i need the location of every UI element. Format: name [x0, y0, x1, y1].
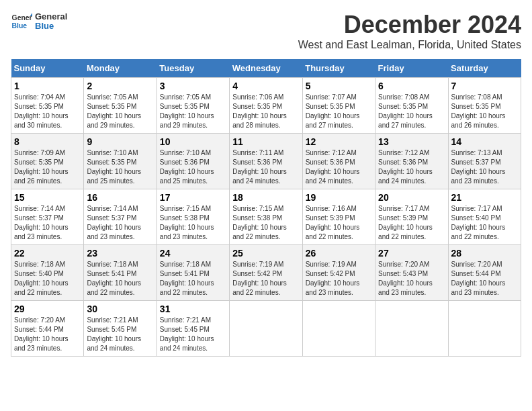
day-info: Sunrise: 7:09 AM Sunset: 5:35 PM Dayligh…	[14, 148, 81, 186]
svg-text:General: General	[12, 14, 32, 21]
day-info: Sunrise: 7:15 AM Sunset: 5:38 PM Dayligh…	[232, 204, 299, 242]
day-number: 28	[451, 248, 518, 259]
table-row: 26Sunrise: 7:19 AM Sunset: 5:42 PM Dayli…	[302, 245, 375, 301]
table-row: 15Sunrise: 7:14 AM Sunset: 5:37 PM Dayli…	[11, 189, 84, 245]
calendar-header-row: Sunday Monday Tuesday Wednesday Thursday…	[11, 59, 521, 78]
table-row: 12Sunrise: 7:12 AM Sunset: 5:36 PM Dayli…	[302, 134, 375, 189]
day-info: Sunrise: 7:17 AM Sunset: 5:40 PM Dayligh…	[451, 204, 518, 242]
day-number: 5	[306, 81, 372, 91]
day-number: 23	[87, 248, 153, 259]
table-row	[302, 301, 375, 357]
day-number: 19	[306, 192, 372, 203]
day-number: 30	[87, 304, 153, 314]
day-info: Sunrise: 7:04 AM Sunset: 5:35 PM Dayligh…	[14, 93, 81, 130]
table-row: 6Sunrise: 7:08 AM Sunset: 5:35 PM Daylig…	[375, 78, 448, 134]
day-number: 11	[232, 136, 299, 147]
day-number: 13	[378, 136, 445, 147]
calendar-week-row: 15Sunrise: 7:14 AM Sunset: 5:37 PM Dayli…	[11, 189, 521, 245]
table-row: 28Sunrise: 7:20 AM Sunset: 5:44 PM Dayli…	[448, 245, 521, 301]
calendar-week-row: 29Sunrise: 7:20 AM Sunset: 5:44 PM Dayli…	[11, 301, 521, 357]
day-info: Sunrise: 7:10 AM Sunset: 5:36 PM Dayligh…	[160, 148, 226, 186]
table-row: 13Sunrise: 7:12 AM Sunset: 5:36 PM Dayli…	[375, 134, 448, 189]
day-info: Sunrise: 7:11 AM Sunset: 5:36 PM Dayligh…	[232, 148, 299, 186]
day-info: Sunrise: 7:20 AM Sunset: 5:44 PM Dayligh…	[451, 260, 518, 298]
day-info: Sunrise: 7:19 AM Sunset: 5:42 PM Dayligh…	[306, 260, 372, 298]
day-info: Sunrise: 7:16 AM Sunset: 5:39 PM Dayligh…	[306, 204, 372, 242]
month-title: December 2024	[298, 11, 521, 39]
table-row	[375, 301, 448, 357]
day-number: 4	[232, 81, 299, 91]
day-info: Sunrise: 7:12 AM Sunset: 5:36 PM Dayligh…	[378, 148, 445, 186]
calendar-week-row: 8Sunrise: 7:09 AM Sunset: 5:35 PM Daylig…	[11, 134, 521, 189]
day-number: 14	[451, 136, 518, 147]
day-number: 17	[160, 192, 226, 203]
day-info: Sunrise: 7:07 AM Sunset: 5:35 PM Dayligh…	[306, 93, 372, 130]
day-info: Sunrise: 7:20 AM Sunset: 5:44 PM Dayligh…	[14, 316, 81, 353]
table-row: 22Sunrise: 7:18 AM Sunset: 5:40 PM Dayli…	[11, 245, 84, 301]
col-monday: Monday	[84, 59, 157, 78]
day-info: Sunrise: 7:21 AM Sunset: 5:45 PM Dayligh…	[87, 316, 153, 353]
day-number: 12	[306, 136, 372, 147]
day-info: Sunrise: 7:18 AM Sunset: 5:40 PM Dayligh…	[14, 260, 81, 298]
col-tuesday: Tuesday	[157, 59, 229, 78]
day-info: Sunrise: 7:05 AM Sunset: 5:35 PM Dayligh…	[160, 93, 226, 130]
table-row: 27Sunrise: 7:20 AM Sunset: 5:43 PM Dayli…	[375, 245, 448, 301]
day-info: Sunrise: 7:20 AM Sunset: 5:43 PM Dayligh…	[378, 260, 445, 298]
table-row: 29Sunrise: 7:20 AM Sunset: 5:44 PM Dayli…	[11, 301, 84, 357]
day-number: 9	[87, 136, 153, 147]
table-row: 7Sunrise: 7:08 AM Sunset: 5:35 PM Daylig…	[448, 78, 521, 134]
day-info: Sunrise: 7:12 AM Sunset: 5:36 PM Dayligh…	[306, 148, 372, 186]
day-info: Sunrise: 7:08 AM Sunset: 5:35 PM Dayligh…	[378, 93, 445, 130]
day-info: Sunrise: 7:18 AM Sunset: 5:41 PM Dayligh…	[87, 260, 153, 298]
day-info: Sunrise: 7:17 AM Sunset: 5:39 PM Dayligh…	[378, 204, 445, 242]
col-friday: Friday	[375, 59, 448, 78]
day-number: 15	[14, 192, 81, 203]
calendar-week-row: 22Sunrise: 7:18 AM Sunset: 5:40 PM Dayli…	[11, 245, 521, 301]
day-info: Sunrise: 7:05 AM Sunset: 5:35 PM Dayligh…	[87, 93, 153, 130]
table-row: 25Sunrise: 7:19 AM Sunset: 5:42 PM Dayli…	[230, 245, 302, 301]
logo: General Blue General Blue	[11, 11, 67, 32]
table-row: 10Sunrise: 7:10 AM Sunset: 5:36 PM Dayli…	[157, 134, 229, 189]
logo-icon: General Blue	[11, 11, 32, 32]
day-number: 25	[232, 248, 299, 259]
page-header: General Blue General Blue December 2024 …	[11, 11, 521, 56]
calendar-table: Sunday Monday Tuesday Wednesday Thursday…	[11, 59, 521, 357]
table-row: 16Sunrise: 7:14 AM Sunset: 5:37 PM Dayli…	[84, 189, 157, 245]
day-info: Sunrise: 7:06 AM Sunset: 5:35 PM Dayligh…	[232, 93, 299, 130]
day-number: 27	[378, 248, 445, 259]
day-number: 22	[14, 248, 81, 259]
table-row	[448, 301, 521, 357]
location-title: West and East Lealman, Florida, United S…	[298, 39, 521, 51]
table-row: 4Sunrise: 7:06 AM Sunset: 5:35 PM Daylig…	[230, 78, 302, 134]
day-info: Sunrise: 7:10 AM Sunset: 5:35 PM Dayligh…	[87, 148, 153, 186]
col-sunday: Sunday	[11, 59, 84, 78]
table-row: 24Sunrise: 7:18 AM Sunset: 5:41 PM Dayli…	[157, 245, 229, 301]
table-row: 20Sunrise: 7:17 AM Sunset: 5:39 PM Dayli…	[375, 189, 448, 245]
day-info: Sunrise: 7:08 AM Sunset: 5:35 PM Dayligh…	[451, 93, 518, 130]
day-info: Sunrise: 7:21 AM Sunset: 5:45 PM Dayligh…	[160, 316, 226, 353]
day-number: 10	[160, 136, 226, 147]
day-number: 21	[451, 192, 518, 203]
calendar-week-row: 1Sunrise: 7:04 AM Sunset: 5:35 PM Daylig…	[11, 78, 521, 134]
day-number: 1	[14, 81, 81, 91]
table-row: 11Sunrise: 7:11 AM Sunset: 5:36 PM Dayli…	[230, 134, 302, 189]
day-number: 7	[451, 81, 518, 91]
title-area: December 2024 West and East Lealman, Flo…	[298, 11, 521, 56]
day-number: 20	[378, 192, 445, 203]
table-row: 19Sunrise: 7:16 AM Sunset: 5:39 PM Dayli…	[302, 189, 375, 245]
day-info: Sunrise: 7:14 AM Sunset: 5:37 PM Dayligh…	[14, 204, 81, 242]
table-row: 23Sunrise: 7:18 AM Sunset: 5:41 PM Dayli…	[84, 245, 157, 301]
table-row: 5Sunrise: 7:07 AM Sunset: 5:35 PM Daylig…	[302, 78, 375, 134]
day-number: 31	[160, 304, 226, 314]
day-info: Sunrise: 7:19 AM Sunset: 5:42 PM Dayligh…	[232, 260, 299, 298]
col-thursday: Thursday	[302, 59, 375, 78]
day-info: Sunrise: 7:18 AM Sunset: 5:41 PM Dayligh…	[160, 260, 226, 298]
table-row: 17Sunrise: 7:15 AM Sunset: 5:38 PM Dayli…	[157, 189, 229, 245]
table-row: 14Sunrise: 7:13 AM Sunset: 5:37 PM Dayli…	[448, 134, 521, 189]
day-number: 18	[232, 192, 299, 203]
day-info: Sunrise: 7:13 AM Sunset: 5:37 PM Dayligh…	[451, 148, 518, 186]
day-number: 16	[87, 192, 153, 203]
col-saturday: Saturday	[448, 59, 521, 78]
table-row: 1Sunrise: 7:04 AM Sunset: 5:35 PM Daylig…	[11, 78, 84, 134]
day-number: 6	[378, 81, 445, 91]
